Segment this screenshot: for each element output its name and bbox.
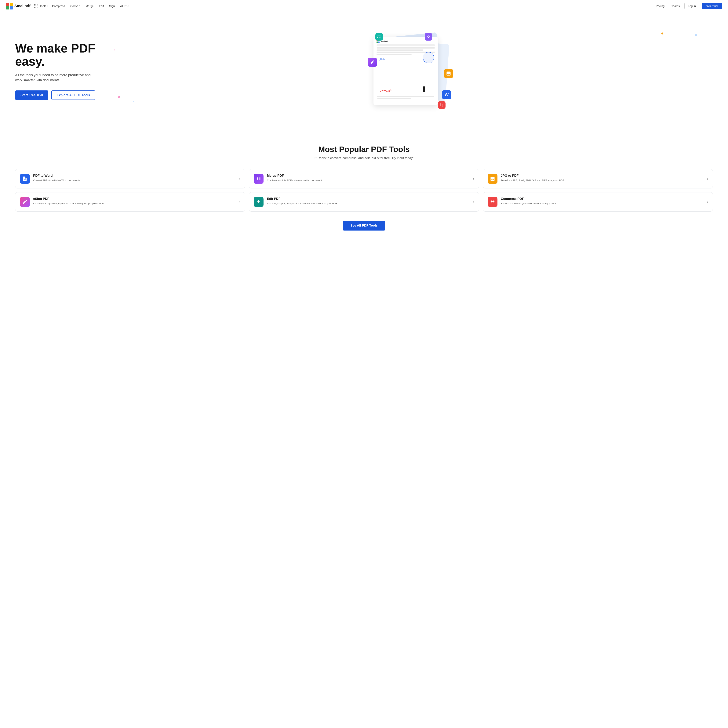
tool-name: PDF to Word <box>33 174 236 177</box>
nav-teams[interactable]: Teams <box>669 3 682 9</box>
svg-rect-7 <box>378 41 379 43</box>
tools-grid: PDF to Word Convert PDFs to editable Wor… <box>15 169 713 211</box>
hero-buttons: Start Free Trial Explore All PDF Tools <box>15 90 102 100</box>
svg-rect-6 <box>376 41 378 43</box>
svg-rect-1 <box>10 3 13 6</box>
tool-arrow-icon: › <box>473 177 474 181</box>
tool-icon <box>254 197 263 207</box>
doc-hello-text: Hello! <box>379 58 386 61</box>
tool-card[interactable]: JPG to PDF Transform JPG, PNG, BMP, GIF,… <box>483 169 713 188</box>
deco-circle-pink-1: ○ <box>114 48 115 51</box>
logo-icon <box>6 3 13 9</box>
svg-rect-0 <box>6 3 9 6</box>
crop-icon-svg <box>440 103 444 107</box>
tool-desc: Transform JPG, PNG, BMP, GIF, and TIFF i… <box>501 179 704 182</box>
word-tool-icon: W <box>442 90 451 99</box>
resize-tool-icon-purple <box>425 33 432 41</box>
svg-rect-2 <box>6 6 9 9</box>
see-all-button[interactable]: See All PDF Tools <box>343 221 385 231</box>
tool-info: JPG to PDF Transform JPG, PNG, BMP, GIF,… <box>501 174 704 182</box>
logo-text: Smallpdf <box>14 4 30 8</box>
tools-section-title: Most Popular PDF Tools <box>15 145 713 154</box>
tool-desc: Convert PDFs to editable Word documents <box>33 179 236 182</box>
doc-signature-area <box>379 88 394 95</box>
see-all-wrap: See All PDF Tools <box>15 221 713 231</box>
hero-title: We make PDF easy. <box>15 42 102 68</box>
tool-info: Compress PDF Reduce the size of your PDF… <box>501 197 704 205</box>
deco-cross-blue: ✕ <box>694 33 698 38</box>
nav-convert[interactable]: Convert <box>68 3 83 9</box>
nav-pricing[interactable]: Pricing <box>654 3 667 9</box>
doc-main: Smallpdf Hello! <box>373 37 438 105</box>
tool-arrow-icon: › <box>239 200 240 204</box>
doc-toolbar <box>376 44 435 46</box>
resize-tool-icon-teal <box>375 33 383 41</box>
hero-section: We make PDF easy. All the tools you'll n… <box>0 12 728 130</box>
chevron-down-icon: ▾ <box>47 5 48 7</box>
tool-info: eSign PDF Create your signature, sign yo… <box>33 197 236 205</box>
navbar: Smallpdf Tools ▾ Compress Convert Merge … <box>0 0 728 12</box>
doc-circle-select <box>423 52 434 63</box>
deco-cross-pink: ✕ <box>118 95 120 99</box>
logo-link[interactable]: Smallpdf <box>6 3 30 9</box>
svg-rect-3 <box>10 6 13 9</box>
tool-arrow-icon: › <box>707 200 708 204</box>
tool-card[interactable]: eSign PDF Create your signature, sign yo… <box>15 192 245 211</box>
tool-name: Compress PDF <box>501 197 704 201</box>
tool-name: JPG to PDF <box>501 174 704 177</box>
tool-arrow-icon: › <box>239 177 240 181</box>
doc-signature-svg <box>379 88 394 94</box>
doc-app-name: Smallpdf <box>381 40 388 42</box>
nav-aipdf[interactable]: AI PDF <box>118 3 132 9</box>
tool-arrow-icon: › <box>707 177 708 181</box>
hero-right: + ✕ ○ ✕ ○ Smallpdf <box>102 23 713 118</box>
tools-label: Tools <box>40 5 46 8</box>
nav-center-links: Compress Convert Merge Edit Sign AI PDF <box>50 3 132 9</box>
nav-edit[interactable]: Edit <box>97 3 106 9</box>
tool-card[interactable]: Merge PDF Combine multiple PDFs into one… <box>249 169 479 188</box>
tool-name: eSign PDF <box>33 197 236 201</box>
resize-icon-svg <box>377 35 381 39</box>
doc-cursor: ▌ <box>423 86 427 92</box>
tools-dropdown-button[interactable]: Tools ▾ <box>38 4 49 8</box>
deco-circle-blue: ○ <box>133 101 134 103</box>
grid-apps-icon[interactable] <box>34 5 38 8</box>
login-button[interactable]: Log In <box>684 3 700 9</box>
free-trial-nav-button[interactable]: Free Trial <box>702 3 722 9</box>
tool-info: Merge PDF Combine multiple PDFs into one… <box>267 174 470 182</box>
tool-info: PDF to Word Convert PDFs to editable Wor… <box>33 174 236 182</box>
tool-info: Edit PDF Add text, shapes, images and fr… <box>267 197 470 205</box>
tools-section: Most Popular PDF Tools 21 tools to conve… <box>0 130 728 242</box>
hero-left: We make PDF easy. All the tools you'll n… <box>15 42 102 100</box>
doc-line-2 <box>376 49 423 50</box>
pen-icon-svg <box>370 60 375 64</box>
deco-plus-yellow: + <box>661 31 664 36</box>
tool-card[interactable]: Compress PDF Reduce the size of your PDF… <box>483 192 713 211</box>
tool-arrow-icon: › <box>473 200 474 204</box>
tool-icon <box>488 197 497 207</box>
tool-icon <box>254 174 263 184</box>
tool-icon <box>20 197 30 207</box>
image-icon-svg <box>446 71 451 76</box>
nav-right: Pricing Teams Log In Free Trial <box>654 3 722 9</box>
tool-card[interactable]: Edit PDF Add text, shapes, images and fr… <box>249 192 479 211</box>
start-free-trial-button[interactable]: Start Free Trial <box>15 90 48 100</box>
pen-tool-icon <box>368 58 377 67</box>
nav-merge[interactable]: Merge <box>83 3 96 9</box>
tool-name: Edit PDF <box>267 197 470 201</box>
hero-illustration: Smallpdf Hello! <box>368 31 447 111</box>
nav-compress[interactable]: Compress <box>50 3 67 9</box>
doc-line-4 <box>376 54 411 55</box>
tool-desc: Add text, shapes, images and freehand an… <box>267 202 470 205</box>
resize2-icon-svg <box>427 35 431 39</box>
nav-sign[interactable]: Sign <box>107 3 117 9</box>
explore-all-tools-button[interactable]: Explore All PDF Tools <box>51 90 95 100</box>
doc-line-1 <box>376 47 435 49</box>
tool-icon <box>488 174 497 184</box>
image-tool-icon <box>444 69 453 78</box>
tool-name: Merge PDF <box>267 174 470 177</box>
tool-icon <box>20 174 30 184</box>
tool-card[interactable]: PDF to Word Convert PDFs to editable Wor… <box>15 169 245 188</box>
doc-bottom-lines <box>377 95 434 99</box>
tool-desc: Create your signature, sign your PDF and… <box>33 202 236 205</box>
